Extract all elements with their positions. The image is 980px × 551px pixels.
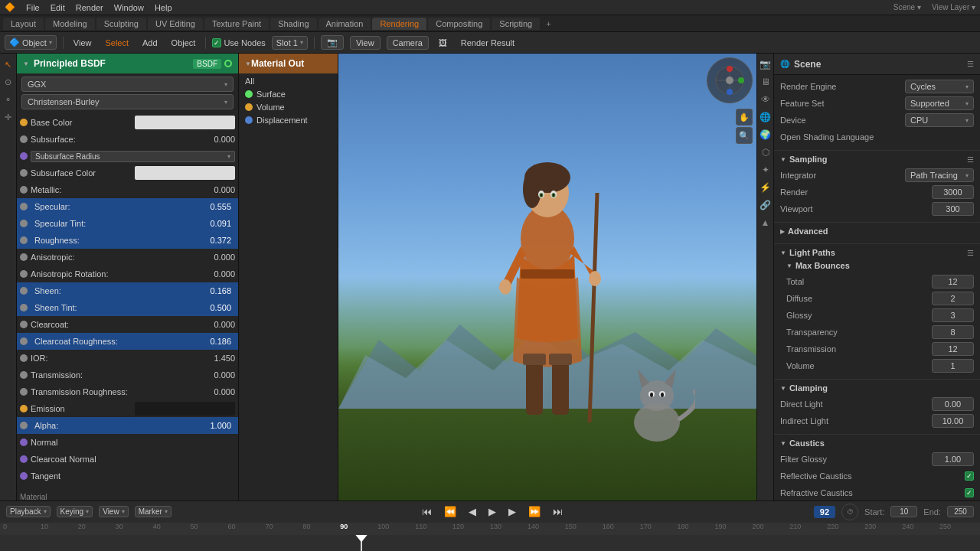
- tab-compositing[interactable]: Compositing: [428, 18, 490, 30]
- prop-row-transmission[interactable]: Transmission: 0.000: [17, 367, 238, 383]
- prop-row-roughness[interactable]: Roughness: 0.372: [17, 232, 238, 249]
- filter-glossy-field[interactable]: 1.00: [932, 452, 974, 466]
- subsurface-radius-dropdown[interactable]: Subsurface Radius▾: [31, 151, 235, 162]
- menu-file[interactable]: File: [26, 3, 40, 12]
- step-forward-btn[interactable]: ▶: [505, 504, 519, 519]
- prop-row-clearcoat[interactable]: Clearcoat: 0.000: [17, 316, 238, 333]
- right-icon-output[interactable]: 🖥: [759, 75, 773, 89]
- light-paths-list-icon[interactable]: ☰: [967, 249, 974, 257]
- prop-row-specular[interactable]: Specular: 0.555: [17, 198, 238, 215]
- prop-row-subsurface-radius[interactable]: Subsurface Radius▾: [17, 148, 238, 165]
- max-bounces-expand-icon[interactable]: ▼: [786, 262, 792, 269]
- tab-sculpting[interactable]: Sculpting: [96, 18, 146, 30]
- prop-row-sheen[interactable]: Sheen: 0.168: [17, 282, 238, 299]
- light-paths-expand-icon[interactable]: ▼: [780, 249, 786, 256]
- mat-out-item-displacement[interactable]: Displacement: [245, 116, 332, 125]
- timeline-ruler-area[interactable]: 0 10 20 30 40 50 60 70 80 90 100 110 120…: [0, 523, 980, 551]
- scrubber-area[interactable]: [0, 535, 980, 551]
- right-icon-physics[interactable]: ⚡: [759, 181, 773, 194]
- right-icon-world[interactable]: 🌍: [759, 128, 773, 142]
- advanced-header[interactable]: ▶ Advanced: [780, 227, 974, 236]
- caustics-header[interactable]: ▼ Caustics: [780, 439, 974, 448]
- next-keyframe-btn[interactable]: ⏩: [525, 504, 544, 519]
- right-icon-render[interactable]: 📷: [759, 57, 773, 71]
- max-bounces-header[interactable]: ▼ Max Bounces: [780, 261, 974, 270]
- prop-row-subsurface-color[interactable]: Subsurface Color: [17, 165, 238, 181]
- transparency-bounces-field[interactable]: 8: [932, 325, 974, 339]
- bsdf-output-connector[interactable]: [224, 60, 232, 67]
- prop-row-subsurface[interactable]: Subsurface: 0.000: [17, 131, 238, 148]
- playback-dropdown[interactable]: Playback▾: [6, 506, 51, 517]
- total-bounces-field[interactable]: 12: [932, 275, 974, 289]
- viewport[interactable]: ✋ 🔍: [338, 54, 756, 500]
- viewport-operator-btns[interactable]: ✋ 🔍: [736, 109, 753, 144]
- reflective-caustics-checkbox[interactable]: ✓: [965, 471, 974, 481]
- viewport-btn[interactable]: View: [350, 36, 381, 50]
- tab-scripting[interactable]: Scripting: [492, 18, 540, 30]
- refractive-caustics-checkbox[interactable]: ✓: [965, 488, 974, 497]
- mat-out-expand-icon[interactable]: ▼: [245, 60, 251, 67]
- tab-rendering[interactable]: Rendering: [372, 18, 426, 30]
- panel-options-icon[interactable]: ☰: [967, 60, 974, 68]
- volume-bounces-field[interactable]: 1: [932, 359, 974, 373]
- left-icon-lasso[interactable]: ⚬: [2, 93, 15, 106]
- mat-out-item-all[interactable]: All: [245, 77, 332, 86]
- base-color-swatch[interactable]: [135, 116, 236, 129]
- prop-row-emission[interactable]: Emission: [17, 400, 238, 417]
- prev-keyframe-btn[interactable]: ⏪: [441, 504, 459, 519]
- menu-blender[interactable]: 🔶: [5, 2, 15, 12]
- use-nodes-check[interactable]: ✓: [212, 38, 221, 47]
- sampling-expand-icon[interactable]: ▼: [780, 156, 786, 163]
- clamping-expand-icon[interactable]: ▼: [780, 385, 786, 392]
- view-dropdown[interactable]: View▾: [99, 506, 129, 517]
- specular-tint-bar[interactable]: Specular Tint: 0.091: [31, 217, 235, 230]
- scrubber-handle[interactable]: [355, 535, 368, 543]
- render-result-label[interactable]: Render Result: [457, 37, 518, 49]
- play-btn[interactable]: ▶: [485, 504, 499, 519]
- end-frame-field[interactable]: 250: [947, 506, 974, 517]
- jump-end-btn[interactable]: ⏭: [550, 504, 566, 519]
- tab-shading[interactable]: Shading: [270, 18, 316, 30]
- vp-btn-camera2[interactable]: 🔍: [736, 127, 753, 144]
- bsdf-expand-icon[interactable]: ▼: [23, 60, 29, 67]
- right-icon-object[interactable]: ⬡: [759, 145, 773, 159]
- light-paths-header[interactable]: ▼ Light Paths ☰: [780, 248, 974, 257]
- clearcoat-roughness-bar[interactable]: Clearcoat Roughness: 0.186: [31, 334, 235, 348]
- prop-row-ior[interactable]: IOR: 1.450: [17, 350, 238, 367]
- mode-dropdown[interactable]: 🔷Object▾: [5, 35, 57, 50]
- right-icon-view[interactable]: 👁: [759, 93, 773, 106]
- sheen-bar[interactable]: Sheen: 0.168: [31, 284, 235, 298]
- toolbar-view[interactable]: View: [70, 37, 96, 49]
- add-workspace-btn[interactable]: +: [541, 18, 555, 30]
- prop-row-anisotropic-rotation[interactable]: Anisotropic Rotation: 0.000: [17, 266, 238, 282]
- direct-light-field[interactable]: 0.00: [932, 397, 974, 411]
- sheen-tint-bar[interactable]: Sheen Tint: 0.500: [31, 301, 235, 315]
- menu-render[interactable]: Render: [76, 3, 103, 12]
- caustics-expand-icon[interactable]: ▼: [780, 440, 786, 447]
- prop-row-anisotropic[interactable]: Anisotropic: 0.000: [17, 249, 238, 266]
- sampling-list-icon[interactable]: ☰: [967, 155, 974, 164]
- prop-row-clearcoat-normal[interactable]: Clearcoat Normal: [17, 451, 238, 468]
- step-back-btn[interactable]: ◀: [466, 504, 479, 519]
- keying-dropdown[interactable]: Keying▾: [57, 506, 93, 517]
- current-frame-indicator[interactable]: 92: [814, 506, 835, 518]
- right-icon-scene[interactable]: 🌐: [759, 110, 773, 124]
- shader-model-dropdown[interactable]: GGX ▾: [21, 77, 234, 92]
- start-frame-field[interactable]: 10: [890, 506, 917, 517]
- indirect-light-field[interactable]: 10.00: [932, 414, 974, 428]
- marker-dropdown[interactable]: Marker▾: [135, 506, 172, 517]
- menu-help[interactable]: Help: [155, 3, 172, 12]
- render-samples-field[interactable]: 3000: [932, 185, 974, 199]
- prop-row-tangent[interactable]: Tangent: [17, 468, 238, 484]
- prop-row-sheen-tint[interactable]: Sheen Tint: 0.500: [17, 299, 238, 316]
- toolbar-select[interactable]: Select: [101, 37, 132, 49]
- jump-start-btn[interactable]: ⏮: [419, 504, 435, 519]
- viewport-samples-field[interactable]: 300: [932, 202, 974, 216]
- feature-set-dropdown[interactable]: Supported ▾: [905, 96, 974, 110]
- slot-dropdown[interactable]: Slot 1▾: [272, 36, 308, 50]
- subsurface-color-swatch[interactable]: [135, 166, 236, 180]
- alpha-bar[interactable]: Alpha: 1.000: [31, 419, 235, 432]
- render-icon[interactable]: 🖼: [435, 37, 451, 49]
- prop-row-metallic[interactable]: Metallic: 0.000: [17, 181, 238, 198]
- nav-gizmo[interactable]: [707, 57, 753, 103]
